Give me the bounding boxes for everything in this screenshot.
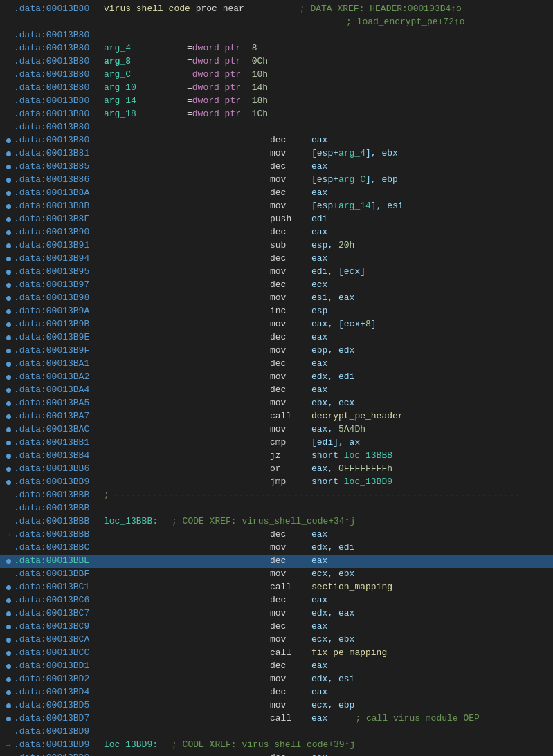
breakpoint-dot[interactable] — [6, 717, 11, 721]
breakpoint-dot[interactable] — [6, 427, 11, 432]
operand: edx, edi — [311, 371, 354, 384]
code-line[interactable]: .data:00013BB4 jz short loc_13BBB — [0, 450, 553, 463]
breakpoint-dot[interactable] — [6, 664, 11, 669]
breakpoint-dot[interactable] — [6, 322, 11, 327]
code-line[interactable]: .data:00013BD2 mov edx, esi — [0, 673, 553, 686]
code-line[interactable]: .data:00013BBF mov ecx, ebx — [0, 568, 553, 581]
addr: .data:00013BD5 — [14, 699, 104, 712]
code-line[interactable]: .data:00013BCA mov ecx, ebx — [0, 634, 553, 647]
breakpoint-dot[interactable] — [6, 611, 11, 616]
dot-col — [3, 441, 14, 445]
code-line[interactable]: .data:00013B9F mov ebp, edx — [0, 344, 553, 358]
breakpoint-dot[interactable] — [6, 138, 11, 143]
breakpoint-dot[interactable] — [6, 204, 11, 209]
breakpoint-dot[interactable] — [6, 454, 11, 459]
eq: = — [187, 55, 192, 68]
breakpoint-dot[interactable] — [6, 467, 11, 472]
breakpoint-dot[interactable] — [6, 257, 11, 261]
code-line[interactable]: .data:00013B8F push edi — [0, 213, 553, 226]
code-line[interactable]: .data:00013BA1 dec eax — [0, 358, 553, 371]
breakpoint-dot[interactable] — [6, 191, 11, 196]
code-line[interactable]: .data:00013B9B mov eax, [ecx+8] — [0, 318, 553, 331]
code-line[interactable]: .data:00013B80 dec eax — [0, 134, 553, 147]
highlighted-line[interactable]: .data:00013BBE dec eax — [0, 555, 553, 568]
breakpoint-dot[interactable] — [6, 559, 11, 564]
code-line[interactable]: .data:00013B90 dec eax — [0, 226, 553, 239]
breakpoint-dot[interactable] — [6, 243, 11, 248]
code-line[interactable]: .data:00013BCC call fix_pe_mapping — [0, 647, 553, 660]
breakpoint-dot[interactable] — [6, 401, 11, 406]
code-line[interactable]: .data:00013BD7 call eax ; call virus mod… — [0, 712, 553, 726]
dot-col — [3, 309, 14, 314]
breakpoint-dot[interactable] — [6, 165, 11, 169]
code-line[interactable]: .data:00013BC7 mov edx, eax — [0, 607, 553, 620]
addr: .data:00013BB6 — [14, 463, 104, 476]
breakpoint-dot[interactable] — [6, 585, 11, 590]
breakpoint-dot[interactable] — [6, 703, 11, 708]
breakpoint-dot[interactable] — [6, 598, 11, 603]
code-line[interactable]: .data:00013B98 mov esi, eax — [0, 292, 553, 305]
code-line[interactable]: .data:00013B97 dec ecx — [0, 279, 553, 292]
code-line[interactable]: .data:00013B9A inc esp — [0, 305, 553, 318]
breakpoint-dot[interactable] — [6, 441, 11, 445]
breakpoint-dot[interactable] — [6, 230, 11, 235]
code-line[interactable]: → .data:00013BBB dec eax — [0, 528, 553, 542]
code-line[interactable]: .data:00013BAC mov eax, 5A4Dh — [0, 423, 553, 436]
code-line[interactable]: .data:00013BD1 dec eax — [0, 660, 553, 673]
code-line[interactable]: .data:00013BB9 jmp short loc_13BD9 — [0, 476, 553, 489]
code-line[interactable]: .data:00013B86 mov [esp+arg_C], ebp — [0, 174, 553, 187]
code-line[interactable]: .data:00013B81 mov [esp+arg_4], ebx — [0, 147, 553, 160]
arg-label: arg_10 — [104, 82, 187, 95]
breakpoint-dot[interactable] — [6, 335, 11, 340]
breakpoint-dot[interactable] — [6, 690, 11, 695]
breakpoint-dot[interactable] — [6, 309, 11, 314]
num: 1Ch — [241, 108, 268, 121]
addr-highlighted[interactable]: .data:00013BBE — [14, 555, 104, 568]
code-line[interactable]: .data:00013BD5 mov ecx, ebp — [0, 699, 553, 712]
breakpoint-dot[interactable] — [6, 270, 11, 275]
code-line[interactable]: .data:00013B91 sub esp, 20h — [0, 239, 553, 252]
addr: .data:00013B80 — [14, 134, 104, 147]
breakpoint-dot[interactable] — [6, 638, 11, 643]
breakpoint-dot[interactable] — [6, 349, 11, 353]
breakpoint-dot[interactable] — [6, 151, 11, 156]
code-line[interactable]: .data:00013BA7 call decrypt_pe_header — [0, 410, 553, 423]
breakpoint-dot[interactable] — [6, 414, 11, 419]
breakpoint-dot[interactable] — [6, 625, 11, 629]
breakpoint-dot[interactable] — [6, 677, 11, 682]
code-line[interactable]: .data:00013BA4 dec eax — [0, 384, 553, 397]
code-line[interactable]: .data:00013B9E dec eax — [0, 331, 553, 344]
code-line[interactable]: .data:00013BC9 dec eax — [0, 620, 553, 634]
breakpoint-dot[interactable] — [6, 178, 11, 183]
breakpoint-dot[interactable] — [6, 651, 11, 656]
code-line[interactable]: .data:00013BA2 mov edx, edi — [0, 371, 553, 384]
operand: eax — [311, 620, 327, 634]
breakpoint-dot[interactable] — [6, 283, 11, 288]
code-line[interactable]: .data:00013B94 dec eax — [0, 252, 553, 266]
breakpoint-dot[interactable] — [6, 388, 11, 393]
code-line[interactable]: .data:00013BBC mov edx, edi — [0, 542, 553, 555]
mnem: dec — [270, 358, 311, 371]
code-line[interactable]: .data:00013B95 mov edi, [ecx] — [0, 266, 553, 279]
mnem: dec — [270, 384, 311, 397]
code-line[interactable]: .data:00013BB6 or eax, 0FFFFFFFFh — [0, 463, 553, 476]
addr: .data:00013B80 — [14, 42, 104, 55]
num: 18h — [241, 95, 268, 108]
call-target: decrypt_pe_header — [311, 410, 404, 423]
breakpoint-dot[interactable] — [6, 217, 11, 222]
code-line[interactable]: .data:00013BD9 dec eax — [0, 752, 553, 756]
breakpoint-dot[interactable] — [6, 362, 11, 367]
operand: edi, [ecx] — [311, 266, 365, 279]
code-line[interactable]: .data:00013B85 dec eax — [0, 160, 553, 174]
code-line[interactable]: .data:00013BD4 dec eax — [0, 686, 553, 699]
code-line[interactable]: .data:00013B8B mov [esp+arg_14], esi — [0, 200, 553, 213]
code-line[interactable]: .data:00013B8A dec eax — [0, 187, 553, 200]
breakpoint-dot[interactable] — [6, 375, 11, 380]
code-line[interactable]: .data:00013BB1 cmp [edi], ax — [0, 436, 553, 450]
breakpoint-dot[interactable] — [6, 296, 11, 301]
code-line[interactable]: .data:00013BC6 dec eax — [0, 594, 553, 607]
code-line[interactable]: .data:00013BA5 mov ebx, ecx — [0, 397, 553, 410]
num: 0Ch — [241, 55, 268, 68]
breakpoint-dot[interactable] — [6, 480, 11, 485]
code-line[interactable]: .data:00013BC1 call section_mapping — [0, 581, 553, 594]
